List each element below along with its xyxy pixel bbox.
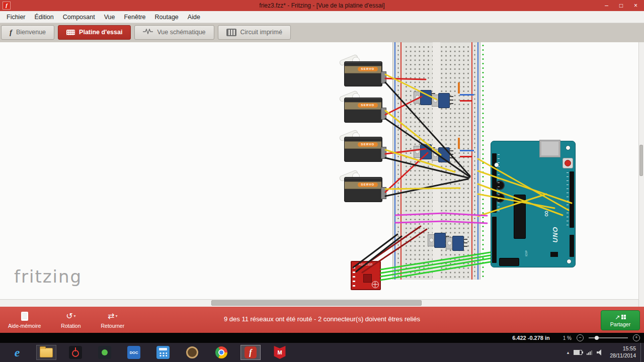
window-title: friez3.fzz* - Fritzing - [Vue de la plat…	[0, 2, 644, 9]
close-button[interactable]: ×	[628, 0, 643, 11]
share-button[interactable]: ↗ Partager	[601, 310, 640, 330]
taskbar-doc-app[interactable]: DOC	[124, 345, 144, 360]
coffee-icon	[186, 346, 198, 358]
wire-sensor-gnd-1[interactable]	[353, 234, 397, 267]
wire-analog-2[interactable]	[395, 221, 487, 223]
menu-vue[interactable]: Vue	[100, 14, 120, 21]
tab-welcome-label: Bienvenue	[16, 29, 46, 36]
menu-routage[interactable]: Routage	[150, 14, 183, 21]
tab-schematic-label: Vue schématique	[157, 29, 205, 36]
zoom-slider[interactable]	[589, 335, 628, 341]
wire-servo2-red[interactable]	[385, 97, 422, 115]
wire-analog-1[interactable]	[395, 213, 487, 216]
network-icon[interactable]	[587, 350, 592, 355]
internet-explorer-icon: e	[15, 346, 20, 358]
wire-pwm-2[interactable]	[478, 171, 572, 203]
chevron-down-icon: ▾	[116, 311, 118, 321]
zoom-slider-thumb[interactable]	[595, 336, 599, 340]
breadboard-icon	[66, 30, 75, 35]
taskbar-calculator-app[interactable]	[153, 345, 173, 360]
taskbar-file-explorer[interactable]	[36, 345, 56, 360]
tray-overflow-icon[interactable]: ▴	[567, 350, 570, 355]
tray-date: 28/11/2014	[610, 352, 636, 359]
chrome-icon	[215, 346, 227, 358]
wire-servo1-black[interactable]	[385, 82, 470, 176]
pcb-icon	[226, 29, 236, 36]
mcafee-shield-icon: M	[273, 346, 286, 359]
share-arrow-icon: ↗	[615, 314, 620, 321]
battery-icon[interactable]	[574, 350, 582, 355]
tab-welcome[interactable]: f Bienvenue	[1, 25, 54, 40]
tab-breadboard-label: Platine d'essai	[79, 29, 122, 36]
taskbar-power-app[interactable]	[65, 345, 86, 360]
view-tab-bar: f Bienvenue Platine d'essai Vue schémati…	[0, 23, 644, 42]
cheatsheet-button[interactable]: Aide-mémoire	[8, 311, 41, 329]
windows-taskbar: e DOC f M ▴ 15:55 28/11/2014	[0, 343, 644, 362]
wire-servo1-red[interactable]	[385, 78, 426, 79]
zoom-in-button[interactable]: +	[633, 334, 640, 341]
cursor-coordinates: 6.422 -0.278 in	[512, 335, 550, 341]
minimize-button[interactable]: –	[599, 0, 614, 11]
rotate-icon: ↺	[66, 311, 72, 321]
taskbar-mcafee[interactable]: M	[270, 345, 290, 360]
wires-layer	[0, 42, 644, 307]
wire-sensor-gnd-2[interactable]	[356, 236, 401, 272]
chevron-down-icon: ▾	[74, 311, 76, 321]
clock[interactable]: 15:55 28/11/2014	[610, 345, 636, 359]
menu-aide[interactable]: Aide	[183, 14, 205, 21]
menu-edition[interactable]: Édition	[30, 14, 58, 21]
wire-servo1-signal[interactable]	[385, 74, 437, 100]
menu-fichier[interactable]: Fichier	[2, 14, 30, 21]
power-icon	[69, 346, 82, 359]
schematic-icon	[143, 29, 153, 36]
fritzing-window: f friez3.fzz* - Fritzing - [Vue de la pl…	[0, 0, 644, 362]
titlebar: f friez3.fzz* - Fritzing - [Vue de la pl…	[0, 0, 644, 11]
rotate-button[interactable]: ↺▾ Rotation	[61, 311, 80, 329]
tab-pcb-view[interactable]: Circuit imprimé	[218, 25, 291, 40]
calculator-icon	[156, 346, 170, 359]
flip-icon: ⇄	[108, 311, 114, 321]
info-strip: 6.422 -0.278 in 1 % − +	[0, 333, 644, 343]
system-tray: ▴ 15:55 28/11/2014	[567, 343, 644, 362]
taskbar-fritzing[interactable]: f	[240, 345, 261, 360]
taskbar-internet-explorer[interactable]: e	[7, 345, 27, 360]
status-bar: 9 des 11 réseaux ont été routé - 2 conne…	[0, 307, 644, 333]
show-desktop-button[interactable]	[640, 343, 644, 362]
flip-button[interactable]: ⇄▾ Retourner	[101, 311, 124, 329]
taskbar-emulator-app[interactable]	[95, 345, 115, 360]
vertical-scrollbar[interactable]	[638, 42, 644, 307]
tab-pcb-label: Circuit imprimé	[240, 29, 282, 36]
tab-schematic-view[interactable]: Vue schématique	[134, 25, 214, 40]
taskbar-chrome[interactable]	[211, 345, 231, 360]
share-grid-icon	[621, 315, 626, 319]
menu-composant[interactable]: Composant	[58, 14, 100, 21]
horizontal-scrollbar-thumb[interactable]	[211, 300, 422, 306]
doc-icon: DOC	[127, 346, 140, 359]
window-controls: – □ ×	[599, 0, 643, 11]
app-icon: f	[3, 2, 11, 10]
menu-bar: Fichier Édition Composant Vue Fenêtre Ro…	[0, 11, 644, 23]
zoom-level: 1 %	[563, 335, 572, 341]
wire-servo2-signal[interactable]	[385, 111, 441, 155]
wire-servo4-signal[interactable]	[385, 188, 460, 189]
document-icon	[21, 312, 28, 321]
zoom-out-button[interactable]: −	[577, 334, 584, 341]
folder-icon	[40, 348, 53, 357]
taskbar-coffee-app[interactable]	[182, 345, 202, 360]
volume-icon[interactable]	[597, 350, 603, 355]
status-buttons: Aide-mémoire ↺▾ Rotation ⇄▾ Retourner	[0, 307, 124, 333]
horizontal-scrollbar[interactable]	[0, 299, 644, 307]
restore-button[interactable]: □	[614, 0, 628, 11]
menu-fenetre[interactable]: Fenêtre	[119, 14, 150, 21]
fritzing-logo-icon: f	[10, 28, 12, 37]
vertical-scrollbar-thumb[interactable]	[639, 145, 643, 176]
tray-time: 15:55	[610, 345, 636, 352]
robot-icon	[98, 346, 111, 359]
tab-breadboard-view[interactable]: Platine d'essai	[58, 25, 131, 40]
breadboard-sketch-canvas[interactable]: fritzing SERVO SERVO	[0, 42, 644, 307]
fritzing-icon: f	[245, 346, 257, 358]
